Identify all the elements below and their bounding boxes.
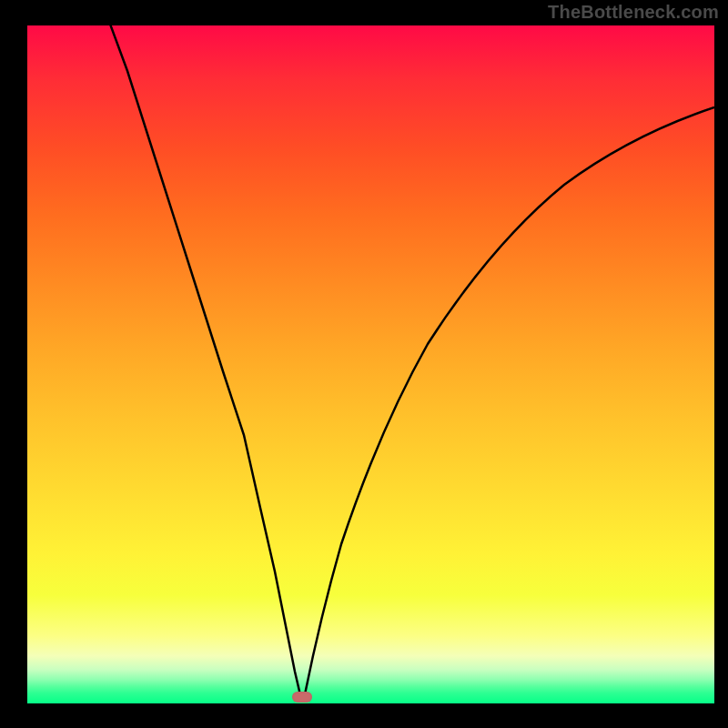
optimal-point-marker <box>292 692 312 703</box>
curve-svg <box>27 25 714 703</box>
bottleneck-curve-right <box>304 107 714 699</box>
watermark-text: TheBottleneck.com <box>548 2 719 23</box>
bottleneck-curve-left <box>96 25 301 699</box>
chart-frame: TheBottleneck.com <box>0 0 728 728</box>
plot-area <box>27 25 714 703</box>
